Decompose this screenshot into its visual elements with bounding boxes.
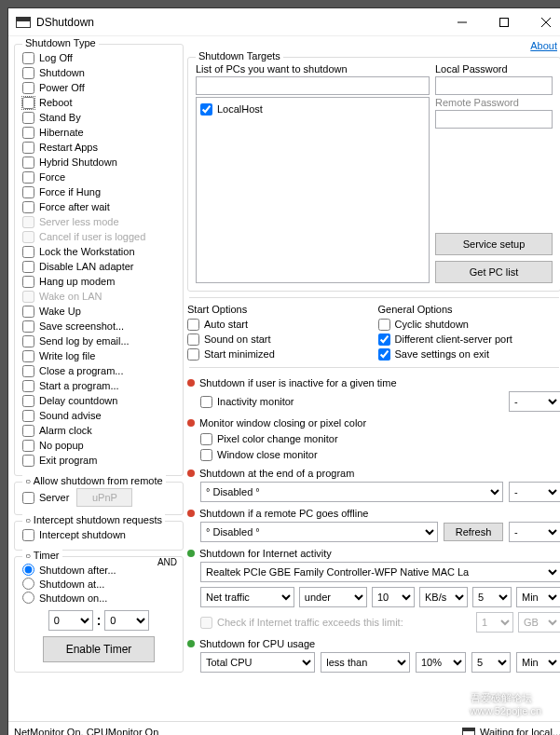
pc-listbox[interactable]: LocalHost	[196, 97, 430, 283]
shutdown-type-item[interactable]: Hybrid Shutdown	[22, 155, 175, 170]
shutdown-type-item[interactable]: Save screenshot...	[22, 319, 175, 333]
shutdown-type-item[interactable]: Start a program...	[22, 378, 175, 393]
shutdown-type-item[interactable]: Shutdown	[22, 65, 175, 80]
monitor-icon	[462, 728, 475, 736]
shutdown-type-item[interactable]: Close a program...	[22, 363, 175, 378]
prog-dash-select[interactable]: -	[509, 482, 560, 502]
cpu-title: Shutdown for CPU usage	[199, 638, 315, 649]
shutdown-type-item: Server less mode	[22, 214, 175, 229]
close-button[interactable]	[525, 8, 560, 35]
shutdown-type-item[interactable]: Force after wait	[22, 199, 175, 214]
maximize-button[interactable]	[483, 8, 525, 35]
get-pc-list-button[interactable]: Get PC list	[435, 261, 553, 283]
shutdown-type-item[interactable]: Exit program	[22, 453, 175, 468]
general-options-title: General Options	[378, 304, 561, 315]
prog-select[interactable]: ° Disabled °	[200, 482, 503, 502]
shutdown-type-item[interactable]: Alarm clock	[22, 423, 175, 438]
intercept-checkbox[interactable]: Intercept shutdown	[22, 527, 175, 542]
intercept-group: Intercept shutdown requests Intercept sh…	[14, 521, 184, 551]
port-checkbox[interactable]: Different client-server port	[378, 332, 561, 347]
shutdown-type-legend: Shutdown Type	[22, 37, 99, 48]
under-select[interactable]: under	[299, 587, 367, 607]
pc-input[interactable]	[196, 76, 430, 95]
traffic-min-select[interactable]: Min	[516, 587, 560, 607]
timer-colon: :	[97, 613, 102, 628]
auto-start-checkbox[interactable]: Auto start	[187, 317, 371, 332]
server-checkbox[interactable]: Server	[22, 490, 69, 505]
shutdown-type-item[interactable]: Delay countdown	[22, 393, 175, 408]
shutdown-after-radio[interactable]: Shutdown after...	[22, 563, 175, 577]
targets-group: Shutdown Targets List of PCs you want to…	[187, 57, 560, 292]
service-setup-button[interactable]: Service setup	[435, 233, 553, 255]
limit-n-select[interactable]: 1	[476, 612, 513, 633]
shutdown-on-radio[interactable]: Shutdown on...	[22, 591, 175, 605]
local-pw-input[interactable]	[435, 76, 553, 95]
enable-timer-button[interactable]: Enable Timer	[43, 636, 155, 662]
pixel-monitor-checkbox[interactable]: Pixel color change monitor	[200, 431, 338, 446]
shutdown-type-item[interactable]: Power Off	[22, 80, 175, 95]
shutdown-at-radio[interactable]: Shutdown at...	[22, 577, 175, 591]
pc-list-label: List of PCs you want to shutdown	[196, 63, 430, 75]
cpu-pct-select[interactable]: 10%	[416, 652, 466, 673]
shutdown-type-item[interactable]: Disable LAN adapter	[22, 259, 175, 274]
window-title: DShutdown	[36, 16, 441, 29]
allow-remote-group: Allow shutdown from remote Server uPnP	[14, 482, 184, 515]
upnp-button[interactable]: uPnP	[76, 488, 132, 507]
limit-unit-select[interactable]: GB	[518, 612, 560, 633]
shutdown-type-item[interactable]: Force	[22, 170, 175, 184]
status-dot-icon	[187, 419, 195, 427]
remote-pw-input[interactable]	[435, 110, 553, 129]
shutdown-type-item[interactable]: No popup	[22, 438, 175, 453]
inactive-title: Shutdown if user is inactive for a given…	[199, 377, 397, 388]
remote-dash-select[interactable]: -	[509, 522, 560, 542]
limit-checkbox[interactable]: Check if Internet traffic exceeds this l…	[200, 615, 471, 630]
shutdown-type-item[interactable]: Log Off	[22, 50, 175, 65]
cpu-less-select[interactable]: less than	[321, 652, 410, 673]
targets-legend: Shutdown Targets	[196, 50, 283, 61]
adapter-select[interactable]: Realtek PCIe GBE Family Controller-WFP N…	[200, 562, 560, 582]
remote-pw-label: Remote Password	[435, 97, 553, 108]
shutdown-type-item[interactable]: Reboot	[22, 95, 175, 110]
remote-pc-title: Shutdown if a remote PC goes offline	[199, 508, 368, 519]
shutdown-type-item[interactable]: Wake Up	[22, 304, 175, 319]
cpu-min-select[interactable]: Min	[516, 652, 560, 673]
shutdown-type-item[interactable]: Stand By	[22, 110, 175, 125]
start-options-title: Start Options	[187, 304, 371, 315]
refresh-button[interactable]: Refresh	[444, 523, 503, 541]
shutdown-type-item[interactable]: Lock the Workstation	[22, 244, 175, 259]
inactivity-monitor-checkbox[interactable]: Inactivity monitor	[200, 394, 503, 409]
cyclic-checkbox[interactable]: Cyclic shutdown	[378, 317, 561, 332]
minimize-button[interactable]	[441, 8, 483, 35]
window-close-checkbox[interactable]: Window close monitor	[200, 447, 318, 462]
shutdown-type-item[interactable]: Sound advise	[22, 408, 175, 423]
allow-remote-legend: Allow shutdown from remote	[22, 475, 166, 486]
localhost-item[interactable]: LocalHost	[200, 102, 425, 116]
cpu-select[interactable]: Total CPU	[200, 652, 315, 673]
traffic-type-select[interactable]: Net traffic	[200, 587, 294, 607]
shutdown-type-item[interactable]: Force if Hung	[22, 184, 175, 199]
shutdown-type-item: Cancel if user is logged	[22, 229, 175, 244]
local-pw-label: Local Password	[435, 63, 553, 75]
status-bar: NetMonitor On, CPUMonitor On Waiting for…	[8, 721, 560, 735]
traffic-unit-select[interactable]: KB/s	[419, 587, 468, 607]
status-dot-icon	[187, 640, 195, 647]
intercept-legend: Intercept shutdown requests	[22, 514, 165, 525]
traffic-val-select[interactable]: 10	[372, 587, 415, 607]
shutdown-type-item[interactable]: Hang up modem	[22, 274, 175, 289]
shutdown-type-item[interactable]: Write log file	[22, 348, 175, 363]
start-min-checkbox[interactable]: Start minimized	[187, 347, 371, 361]
timer-hour-select[interactable]: 0	[48, 610, 93, 631]
shutdown-type-item[interactable]: Send log by email...	[22, 333, 175, 348]
shutdown-type-item[interactable]: Restart Apps	[22, 140, 175, 155]
timer-minute-select[interactable]: 0	[104, 610, 149, 631]
inactive-select[interactable]: -	[509, 391, 560, 412]
sound-start-checkbox[interactable]: Sound on start	[187, 332, 371, 347]
status-left: NetMonitor On, CPUMonitor On	[14, 727, 158, 736]
cpu-n-select[interactable]: 5	[471, 652, 511, 673]
save-settings-checkbox[interactable]: Save settings on exit	[378, 347, 561, 361]
traffic-n-select[interactable]: 5	[472, 587, 512, 607]
app-icon	[16, 17, 31, 28]
shutdown-type-item[interactable]: Hibernate	[22, 125, 175, 140]
remote-pc-select[interactable]: ° Disabled °	[200, 522, 438, 542]
status-dot-icon	[187, 550, 195, 557]
